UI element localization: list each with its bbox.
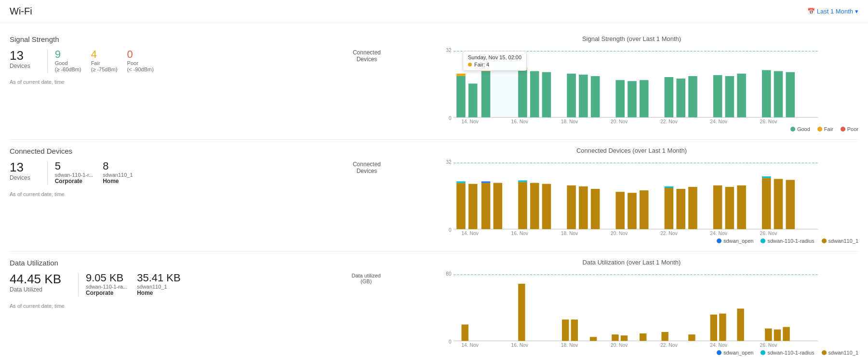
signal-as-of: As of current date, time (10, 79, 395, 85)
legend-sdwan-radius-dot (761, 238, 765, 243)
svg-text:14. Nov: 14. Nov (461, 231, 479, 235)
bar (461, 325, 468, 341)
cd-corp-number: 5 (55, 161, 93, 172)
stat-divider-1 (47, 49, 48, 72)
svg-text:16. Nov: 16. Nov (511, 119, 528, 123)
legend-sdwan-radius-label: sdwan-110-1-radius (767, 238, 814, 244)
bar (786, 72, 795, 118)
bar (640, 80, 649, 117)
cd-home-label: Home (103, 178, 133, 185)
signal-quality-group: 9 Good (≥ -60dBm) 4 Fair (≥ -75dBm) 0 Po… (55, 49, 154, 72)
time-filter-button[interactable]: 📅 Last 1 Month ▾ (807, 8, 858, 15)
bar (591, 76, 600, 118)
du-legend-sdwan-open: sdwan_open (717, 350, 753, 356)
calendar-icon: 📅 (807, 8, 815, 15)
cd-divider (47, 161, 48, 185)
bar (518, 284, 525, 341)
bar (661, 332, 668, 341)
legend-fair: Fair (817, 126, 833, 132)
signal-strength-section: Signal Strength 13 Devices 9 Good (≥ -60… (10, 28, 858, 140)
cd-home-number: 8 (103, 161, 133, 172)
svg-text:22. Nov: 22. Nov (660, 343, 678, 347)
bar (579, 75, 588, 118)
cd-corp-ssid: sdwan-110-1-r... (55, 172, 93, 178)
bar (786, 180, 795, 229)
svg-text:18. Nov: 18. Nov (561, 119, 578, 123)
svg-text:24. Nov: 24. Nov (710, 343, 727, 347)
svg-text:18. Nov: 18. Nov (561, 231, 578, 235)
bar (579, 186, 588, 229)
bar (468, 184, 478, 229)
connected-devices-stats: 13 Devices 5 sdwan-110-1-r... Corporate … (10, 161, 395, 185)
du-legend-sdwan-radius-dot (761, 350, 765, 355)
bar (710, 315, 717, 341)
bar (737, 185, 746, 229)
data-utilization-section: Data Utilization 44.45 KB Data Utilized … (10, 251, 858, 357)
total-devices-label: Devices (10, 63, 30, 69)
connected-devices-section: Connected Devices 13 Devices 5 sdwan-110… (10, 140, 858, 251)
good-stat: 9 Good (≥ -60dBm) (55, 49, 81, 72)
du-home-amount: 35.41 KB (137, 273, 181, 283)
signal-chart-svg-area: 32 0 (405, 46, 858, 123)
du-y-label: Data utilized (GB) (351, 273, 395, 284)
du-chart-title: Data Utilization (over Last 1 Month) (405, 259, 858, 266)
legend-sdwan110: sdwan110_1 (822, 238, 858, 244)
cd-connected-sub: Devices (357, 168, 377, 174)
bar (676, 79, 685, 118)
poor-label: Poor (127, 60, 154, 66)
cd-connected-label: Connected Devices (353, 161, 395, 174)
svg-text:24. Nov: 24. Nov (710, 119, 727, 123)
bar (518, 180, 527, 182)
bar (762, 178, 771, 229)
bar (665, 77, 674, 118)
bar (628, 81, 637, 117)
bar (542, 72, 551, 118)
signal-strength-left: Signal Strength 13 Devices 9 Good (≥ -60… (10, 35, 405, 132)
signal-chart-svg: 32 0 (405, 46, 858, 123)
bar (481, 71, 491, 118)
bar (628, 193, 637, 229)
connected-devices-chart-area: Connected Devices (over Last 1 Month) 32… (405, 147, 858, 244)
du-legend-sdwan-radius: sdwan-110-1-radius (761, 350, 814, 356)
du-legend-sdwan110-dot (822, 350, 827, 355)
legend-poor-dot (841, 127, 845, 132)
bar (688, 76, 697, 118)
du-chart-svg-area: 80 0 (405, 270, 858, 347)
bar (530, 71, 539, 118)
fair-label: Fair (91, 60, 118, 66)
good-sub: (≥ -60dBm) (55, 66, 81, 72)
bar (456, 76, 466, 118)
bar (762, 70, 771, 118)
bar (481, 68, 491, 71)
good-label: Good (55, 60, 81, 66)
bar (621, 335, 628, 341)
fair-sub: (≥ -75dBm) (91, 66, 118, 72)
signal-strength-chart: Signal Strength (over Last 1 Month) 32 0 (405, 35, 858, 132)
bar (456, 182, 466, 183)
signal-strength-stats: 13 Devices 9 Good (≥ -60dBm) 4 Fair (≥ -… (10, 49, 395, 72)
legend-sdwan110-label: sdwan110_1 (828, 238, 858, 244)
du-home-stat: 35.41 KB sdwan110_1 Home (137, 273, 181, 296)
fair-stat: 4 Fair (≥ -75dBm) (91, 49, 118, 72)
du-divider (78, 273, 79, 296)
bar (481, 182, 491, 183)
du-corp-ssid: sdwan-110-1-ra... (86, 284, 127, 290)
signal-chart-legend: Good Fair Poor (405, 126, 858, 132)
svg-text:0: 0 (449, 227, 452, 233)
bar (494, 183, 503, 229)
legend-poor: Poor (841, 126, 858, 132)
svg-text:22. Nov: 22. Nov (660, 231, 678, 235)
svg-text:26. Nov: 26. Nov (760, 119, 777, 123)
legend-sdwan-radius: sdwan-110-1-radius (761, 238, 814, 244)
bar (762, 176, 771, 178)
bar (719, 314, 726, 341)
du-corp-stat: 9.05 KB sdwan-110-1-ra... Corporate (86, 273, 127, 296)
svg-text:18. Nov: 18. Nov (561, 343, 578, 347)
bar (518, 70, 527, 118)
bar (713, 185, 722, 229)
du-home-ssid: sdwan110_1 (137, 284, 181, 290)
bar (725, 76, 734, 118)
bar (688, 334, 695, 341)
cd-corp-label: Corporate (55, 178, 93, 185)
bar (665, 186, 674, 188)
